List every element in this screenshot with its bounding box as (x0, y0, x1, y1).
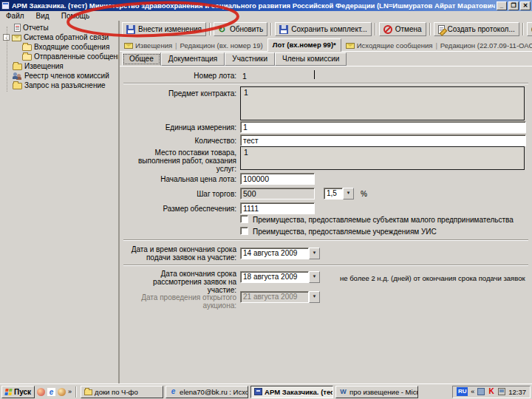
system-tray: RU « K 12:37 (452, 386, 531, 398)
start-price-field[interactable]: 100000 (240, 173, 315, 185)
maximize-button[interactable]: ❐ (508, 1, 519, 10)
tab-outgoing-messages[interactable]: Исходящие сообщения | Редакцион (22.07.0… (341, 40, 532, 52)
history-button[interactable]: История (527, 22, 532, 36)
uis-advantages-checkbox[interactable] (240, 227, 248, 235)
navigation-tree: Отчеты - Система обратной связи Входящие… (0, 21, 120, 383)
antivirus-icon[interactable]: K (488, 388, 495, 395)
taskbar-window-mail[interactable]: e elena70@bk.ru : Исходящ... (166, 386, 248, 398)
date-value[interactable]: 14 августа 2009 (240, 248, 309, 259)
submission-deadline-combo[interactable]: 14 августа 2009 ▼ (240, 248, 320, 259)
chevron-down-icon[interactable]: ▼ (309, 271, 320, 283)
quick-launch-icon[interactable] (58, 388, 66, 396)
tab-lot[interactable]: Лот (вх.номер 99)* (267, 38, 341, 52)
tab-label: Извещения (135, 41, 172, 50)
start-button[interactable]: Пуск (1, 386, 35, 398)
taskbar-window-arm[interactable]: АРМ Заказчика. (тес... (250, 386, 333, 398)
quantity-field[interactable]: тест (240, 134, 526, 146)
security-label: Размер обеспечения: (123, 205, 236, 213)
tree-item-label: Извещения (24, 62, 64, 70)
tree-item-sent[interactable]: Отправленные сообщения (3, 52, 118, 61)
lot-form: Номер лота: 1 Предмет контракта: 1 Едини… (120, 66, 532, 383)
chevron-down-icon: ▼ (309, 291, 320, 303)
auction-date-label: Дата проведения открытого аукциона: (123, 293, 236, 310)
sent-folder-icon (22, 54, 32, 61)
toolbar-separator (270, 23, 272, 35)
minimize-button[interactable]: _ (497, 1, 507, 10)
tab-commission-members[interactable]: Члены комиссии (275, 52, 347, 66)
tree-item-commission-registry[interactable]: Реестр членов комиссий (3, 71, 118, 81)
cancel-button[interactable]: Отмена (379, 22, 426, 36)
contract-subject-label: Предмет контракта: (123, 89, 236, 98)
save-set-button[interactable]: Сохранить комплект... (275, 22, 372, 36)
smb-advantages-label: Преимущества, предоставляемые субъектам … (253, 216, 514, 224)
tree-item-reports[interactable]: Отчеты (3, 23, 118, 33)
window-title: АРМ Заказчика. (тест) Министерство здрав… (12, 1, 495, 10)
tree-item-inbox[interactable]: Входящие сообщения (3, 42, 118, 52)
language-indicator[interactable]: RU (457, 387, 468, 396)
chevron-down-icon[interactable]: ▼ (309, 248, 320, 259)
chevron-down-icon[interactable]: ▼ (343, 188, 354, 200)
folder-icon (13, 64, 22, 70)
button-label: Отмена (395, 25, 422, 33)
review-deadline-combo[interactable]: 18 августа 2009 ▼ (240, 271, 320, 283)
display-icon[interactable] (498, 388, 505, 395)
save-icon (279, 25, 288, 34)
tray-collapse-icon[interactable]: « (471, 388, 474, 395)
toolbar-separator (375, 23, 376, 35)
internet-explorer-icon[interactable]: e (47, 388, 55, 396)
report-icon (14, 24, 21, 32)
window-label: АРМ Заказчика. (тес... (265, 388, 333, 396)
tab-label: Исходящие сообщения (357, 41, 433, 50)
apply-changes-button[interactable]: Внести изменения (122, 22, 206, 36)
app-icon (1, 1, 10, 10)
document-tab-bar: Извещения | Редакцион (вх. номер 19) Лот… (120, 38, 532, 52)
folder-icon (84, 389, 92, 395)
people-icon (13, 72, 22, 80)
percent-sign: % (361, 190, 367, 198)
toolbar-separator (429, 23, 431, 35)
tab-general[interactable]: Общее (122, 52, 161, 66)
taskbar-window-word[interactable]: W про извещение - Micros... (335, 386, 418, 398)
mail-icon (346, 43, 355, 49)
taskbar-window-docs[interactable]: доки по Ч-фо (81, 386, 163, 398)
create-protocol-button[interactable]: Создать протокол... (434, 22, 519, 36)
network-icon[interactable] (477, 388, 485, 395)
tree-item-label: Отправленные сообщения (34, 52, 118, 61)
menu-file[interactable]: Файл (6, 12, 24, 20)
review-deadline-note: не более 2 н.д. (дней) от окончания срок… (340, 274, 529, 282)
button-label: Внести изменения (138, 25, 202, 33)
separator-line (123, 239, 528, 241)
close-button[interactable]: ✕ (520, 1, 531, 10)
auction-step-percent-combo[interactable]: 1,5 ▼ (324, 188, 354, 200)
taskbar: Пуск e » доки по Ч-фо e elena70@bk.ru : … (0, 383, 532, 399)
percent-value[interactable]: 1,5 (324, 188, 343, 200)
toolbar-separator (209, 23, 211, 35)
tree-item-notices[interactable]: Извещения (3, 61, 118, 71)
lot-number-field[interactable]: 1 (242, 72, 247, 81)
menu-view[interactable]: Вид (36, 12, 50, 20)
desktop: АРМ Заказчика. (тест) Министерство здрав… (0, 0, 532, 399)
refresh-button[interactable]: ↻ Обновить (214, 22, 267, 36)
main-pane: Внести изменения ↻ Обновить Сохранить ко… (120, 21, 532, 383)
menu-help[interactable]: Помощь (61, 12, 90, 20)
button-label: Создать протокол... (448, 25, 515, 33)
smb-advantages-checkbox[interactable] (240, 215, 248, 223)
tree-item-label: Система обратной связи (24, 33, 109, 41)
auction-step-field: 500 (240, 188, 315, 200)
contract-subject-field[interactable]: 1 (240, 86, 525, 120)
security-field[interactable]: 1111 (240, 202, 315, 214)
delivery-place-field[interactable]: 1 (240, 146, 525, 170)
window-titlebar[interactable]: АРМ Заказчика. (тест) Министерство здрав… (0, 0, 532, 11)
date-value[interactable]: 18 августа 2009 (240, 271, 309, 283)
tree-item-feedback-system[interactable]: - Система обратной связи (3, 33, 118, 42)
tab-documentation[interactable]: Документация (161, 52, 225, 66)
tab-notice-edition[interactable]: Извещения | Редакцион (вх. номер 19) (120, 40, 267, 52)
unit-field[interactable]: 1 (240, 121, 526, 133)
quick-launch-icon[interactable] (37, 388, 45, 396)
start-label: Пуск (14, 388, 31, 396)
quick-launch-more-icon[interactable]: » (68, 388, 72, 395)
button-label: Сохранить комплект... (291, 25, 367, 33)
tree-item-clarification-request[interactable]: Запрос на разъяснение (3, 81, 118, 90)
tab-participants[interactable]: Участники (225, 52, 275, 66)
delivery-place-label: Место поставки товара, выполнения работ,… (123, 149, 236, 173)
